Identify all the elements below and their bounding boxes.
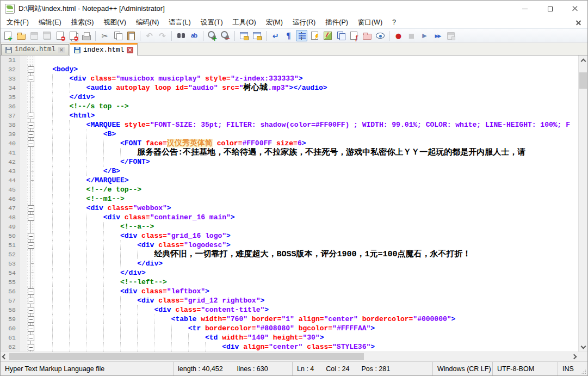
- code-line[interactable]: 58<div class="content-title">: [1, 305, 578, 315]
- scroll-left-button[interactable]: [1, 352, 7, 361]
- bookmark-margin[interactable]: [20, 333, 27, 342]
- menu-item-view[interactable]: 视图(V): [98, 17, 131, 28]
- code-line[interactable]: 49<!--a-->: [1, 222, 578, 231]
- line-number[interactable]: 47: [1, 204, 20, 213]
- macro-stop-button[interactable]: [406, 30, 417, 41]
- bookmark-margin[interactable]: [20, 268, 27, 278]
- paste-button[interactable]: [125, 30, 137, 41]
- fold-marker[interactable]: [27, 342, 35, 352]
- bookmark-margin[interactable]: [20, 102, 27, 111]
- line-number[interactable]: 35: [1, 93, 20, 102]
- document-map-button[interactable]: [322, 30, 333, 41]
- code-line[interactable]: 59<table width="760" border="1" align="c…: [1, 315, 578, 324]
- menu-item-run[interactable]: 运行(R): [288, 17, 320, 28]
- fold-marker[interactable]: [27, 111, 35, 120]
- line-number[interactable]: 43: [1, 167, 20, 176]
- fold-marker[interactable]: [27, 139, 35, 148]
- sync-horizontal-button[interactable]: [251, 30, 263, 41]
- fold-marker[interactable]: [27, 287, 35, 296]
- bookmark-margin[interactable]: [20, 65, 27, 74]
- code-line[interactable]: 48<div class="container_16 main">: [1, 213, 578, 222]
- fold-marker[interactable]: [27, 213, 35, 222]
- word-wrap-button[interactable]: [270, 30, 281, 41]
- menu-item-plugins[interactable]: 插件(P): [320, 17, 353, 28]
- undo-button[interactable]: [144, 30, 155, 41]
- horizontal-scroll-thumb[interactable]: [9, 353, 364, 360]
- code-area[interactable]: 3132<body>33<div class="musicbox musicpl…: [1, 56, 578, 352]
- bookmark-margin[interactable]: [20, 222, 27, 231]
- fold-marker[interactable]: [27, 324, 35, 333]
- code-line[interactable]: 39<B>: [1, 130, 578, 139]
- status-insert-mode[interactable]: INS: [558, 362, 587, 375]
- code-line[interactable]: 45<!--/e top-->: [1, 185, 578, 194]
- line-number[interactable]: 37: [1, 111, 20, 120]
- code-line[interactable]: 56<div class="leftbox">: [1, 287, 578, 296]
- menu-item-macro[interactable]: 宏(M): [261, 17, 288, 28]
- vertical-scrollbar[interactable]: [578, 56, 587, 352]
- vertical-scroll-track[interactable]: [579, 65, 587, 342]
- code-line[interactable]: 57<div class="grid_12 rightbox">: [1, 296, 578, 305]
- fold-marker[interactable]: [27, 241, 35, 250]
- line-number[interactable]: 34: [1, 83, 20, 93]
- line-number[interactable]: 32: [1, 65, 20, 74]
- maximize-button[interactable]: [537, 1, 562, 17]
- fold-marker[interactable]: [27, 65, 35, 74]
- code-line[interactable]: 31: [1, 56, 578, 65]
- line-number[interactable]: 41: [1, 148, 20, 157]
- close-button[interactable]: [562, 1, 587, 17]
- line-number[interactable]: 49: [1, 222, 20, 231]
- bookmark-margin[interactable]: [20, 74, 27, 83]
- bookmark-margin[interactable]: [20, 83, 27, 93]
- scroll-up-button[interactable]: [579, 56, 587, 65]
- scroll-down-button[interactable]: [579, 342, 587, 352]
- status-eol-format[interactable]: Windows (CR LF): [433, 362, 493, 375]
- menu-item-encoding[interactable]: 编码(N): [131, 17, 164, 28]
- code-line[interactable]: 62<div align="center" class="STYLE36">: [1, 342, 578, 352]
- show-indent-guide-button[interactable]: [296, 30, 307, 41]
- fold-marker[interactable]: [27, 120, 35, 130]
- tab-1[interactable]: index.html×: [1, 44, 69, 55]
- cut-button[interactable]: [99, 30, 110, 41]
- sync-vertical-button[interactable]: [238, 30, 250, 41]
- bookmark-margin[interactable]: [20, 148, 27, 157]
- bookmark-margin[interactable]: [20, 111, 27, 120]
- monitoring-button[interactable]: [374, 30, 386, 41]
- bookmark-margin[interactable]: [20, 194, 27, 204]
- status-encoding[interactable]: UTF-8-BOM: [493, 362, 558, 375]
- scroll-right-button[interactable]: [572, 352, 578, 361]
- menu-item-settings[interactable]: 设置(T): [196, 17, 228, 28]
- bookmark-margin[interactable]: [20, 120, 27, 130]
- line-number[interactable]: 48: [1, 213, 20, 222]
- resize-grip[interactable]: [580, 368, 587, 375]
- redo-button[interactable]: [157, 30, 168, 41]
- fold-marker[interactable]: [27, 305, 35, 315]
- menu-item-edit[interactable]: 编辑(E): [34, 17, 66, 28]
- line-number[interactable]: 33: [1, 74, 20, 83]
- code-line[interactable]: 51<div class="logodesc">: [1, 241, 578, 250]
- close-all-button[interactable]: [67, 30, 79, 41]
- line-number[interactable]: 39: [1, 130, 20, 139]
- bookmark-margin[interactable]: [20, 259, 27, 268]
- code-line[interactable]: 54</div>: [1, 268, 578, 278]
- new-file-button[interactable]: [2, 30, 14, 41]
- fold-marker[interactable]: [27, 130, 35, 139]
- bookmark-margin[interactable]: [20, 176, 27, 185]
- line-number[interactable]: 45: [1, 185, 20, 194]
- bookmark-margin[interactable]: [20, 342, 27, 352]
- replace-button[interactable]: [188, 30, 200, 41]
- zoom-in-button[interactable]: [207, 30, 218, 41]
- code-line[interactable]: 53</div>: [1, 259, 578, 268]
- bookmark-margin[interactable]: [20, 315, 27, 324]
- fold-marker[interactable]: [27, 74, 35, 83]
- line-number[interactable]: 52: [1, 250, 20, 259]
- fold-marker[interactable]: [27, 315, 35, 324]
- line-number[interactable]: 57: [1, 296, 20, 305]
- open-file-button[interactable]: [15, 30, 27, 41]
- line-number[interactable]: 31: [1, 56, 20, 65]
- code-line[interactable]: 41服务器公告:不挂基地，不给待遇，不拉家族，不挂死号，游戏中私密你上ＹＹ一起玩…: [1, 148, 578, 157]
- zoom-out-button[interactable]: [220, 30, 231, 41]
- line-number[interactable]: 56: [1, 287, 20, 296]
- fold-marker[interactable]: [27, 296, 35, 305]
- tab-close-icon[interactable]: ×: [127, 47, 133, 53]
- code-line[interactable]: 61<td width="140" height="30">: [1, 333, 578, 342]
